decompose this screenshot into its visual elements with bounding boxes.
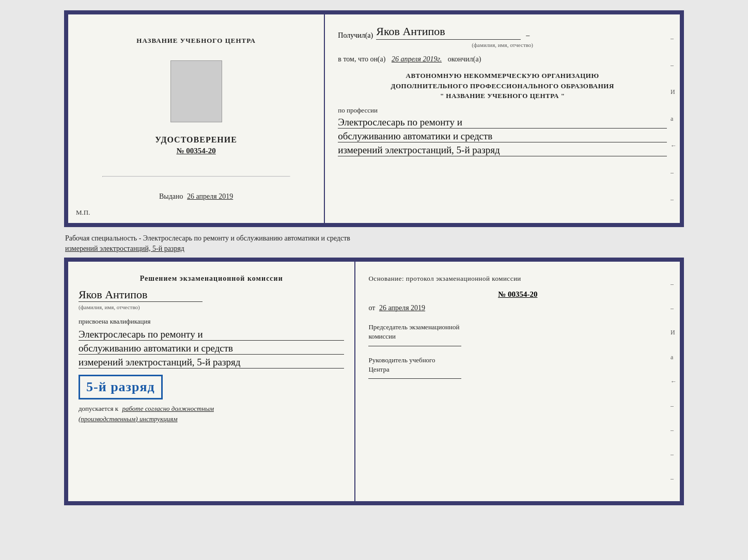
recipient-line: Получил(а) Яков Антипов – xyxy=(338,25,667,40)
certificate-document-top: НАЗВАНИЕ УЧЕБНОГО ЦЕНТРА УДОСТОВЕРЕНИЕ №… xyxy=(64,10,684,227)
date-suffix: окончил(а) xyxy=(448,55,481,63)
chairman-line2: комиссии xyxy=(368,332,396,340)
issued-line: Выдано 26 апреля 2019 xyxy=(159,193,233,201)
profession-line1: Электрослесарь по ремонту и xyxy=(338,117,667,129)
allowed-cursive: работе согласно должностным xyxy=(122,405,214,412)
issued-label: Выдано xyxy=(159,193,183,200)
protocol-date-prefix: от xyxy=(368,304,375,312)
org-line1: АВТОНОМНУЮ НЕКОММЕРЧЕСКУЮ ОРГАНИЗАЦИЮ xyxy=(338,71,667,81)
chairman-block: Председатель экзаменационной комиссии xyxy=(368,323,667,346)
protocol-date: 26 апреля 2019 xyxy=(379,304,425,312)
issued-date: 26 апреля 2019 xyxy=(187,193,233,200)
org-line-quote: " НАЗВАНИЕ УЧЕБНОГО ЦЕНТРА " xyxy=(338,91,667,101)
fio-label-top: (фамилия, имя, отчество) xyxy=(338,42,667,48)
middle-line1: Рабочая специальность - Электрослесарь п… xyxy=(65,234,350,242)
protocol-number: № 00354-20 xyxy=(368,290,667,299)
director-line2: Центра xyxy=(368,365,389,373)
allowed-text: допускается к работе согласно должностны… xyxy=(79,404,344,424)
cert-right-panel: Получил(а) Яков Антипов – (фамилия, имя,… xyxy=(325,14,680,223)
cert-number: № 00354-20 xyxy=(176,147,215,155)
qual-line1: Электрослесарь по ремонту и xyxy=(79,329,344,341)
allowed-prefix: допускается к xyxy=(79,405,118,412)
right-marks-bottom: – – И а ← – – – – xyxy=(671,262,677,501)
person-name-bottom: Яков Антипов xyxy=(79,288,202,302)
qual-line3: измерений электростанций, 5-й разряд xyxy=(79,357,344,369)
right-side-marks: – – И а ← – – xyxy=(671,14,677,223)
commission-title: Решением экзаменационной комиссии xyxy=(79,275,344,283)
chairman-title: Председатель экзаменационной комиссии xyxy=(368,323,667,341)
director-block: Руководитель учебного Центра xyxy=(368,356,667,379)
director-title: Руководитель учебного Центра xyxy=(368,356,667,374)
dash-right: – xyxy=(526,31,529,40)
profession-label: по профессии xyxy=(338,106,667,115)
date-prefix: в том, что он(а) xyxy=(338,55,385,63)
recipient-prefix: Получил(а) xyxy=(338,31,373,40)
org-block: АВТОНОМНУЮ НЕКОММЕРЧЕСКУЮ ОРГАНИЗАЦИЮ ДО… xyxy=(338,71,667,101)
basis-label: Основание: протокол экзаменационной коми… xyxy=(368,275,667,283)
director-signature-line xyxy=(368,378,461,379)
cert-left-panel: НАЗВАНИЕ УЧЕБНОГО ЦЕНТРА УДОСТОВЕРЕНИЕ №… xyxy=(68,14,325,223)
rank-badge: 5-й разряд xyxy=(79,375,163,399)
chairman-signature-line xyxy=(368,346,461,346)
photo-placeholder xyxy=(170,60,222,122)
director-line1: Руководитель учебного xyxy=(368,356,435,364)
qual-left-panel: Решением экзаменационной комиссии Яков А… xyxy=(68,262,355,501)
protocol-date-line: от 26 апреля 2019 xyxy=(368,304,667,312)
fio-small-bottom: (фамилия, имя, отчество) xyxy=(79,304,344,310)
date-line: в том, что он(а) 26 апреля 2019г. окончи… xyxy=(338,55,667,63)
middle-text-strip: Рабочая специальность - Электрослесарь п… xyxy=(64,233,684,253)
org-name-top-left: НАЗВАНИЕ УЧЕБНОГО ЦЕНТРА xyxy=(136,37,256,45)
middle-line2: измерений электростанций, 5-й разряд xyxy=(65,245,184,252)
mp-label: М.П. xyxy=(76,209,90,217)
qualification-document-bottom: Решением экзаменационной комиссии Яков А… xyxy=(64,258,684,505)
cert-title: УДОСТОВЕРЕНИЕ xyxy=(155,135,237,145)
profession-line2: обслуживанию автоматики и средств xyxy=(338,131,667,142)
qualification-label: присвоена квалификация xyxy=(79,317,344,326)
recipient-name: Яков Антипов xyxy=(376,25,521,40)
qual-line2: обслуживанию автоматики и средств xyxy=(79,343,344,355)
profession-line3: измерений электростанций, 5-й разряд xyxy=(338,145,667,156)
qual-right-panel: Основание: протокол экзаменационной коми… xyxy=(355,262,680,501)
date-value: 26 апреля 2019г. xyxy=(392,55,442,63)
org-line2: ДОПОЛНИТЕЛЬНОГО ПРОФЕССИОНАЛЬНОГО ОБРАЗО… xyxy=(338,81,667,91)
allowed-italic: (производственным) инструкциям xyxy=(79,415,178,423)
chairman-line1: Председатель экзаменационной xyxy=(368,323,459,331)
